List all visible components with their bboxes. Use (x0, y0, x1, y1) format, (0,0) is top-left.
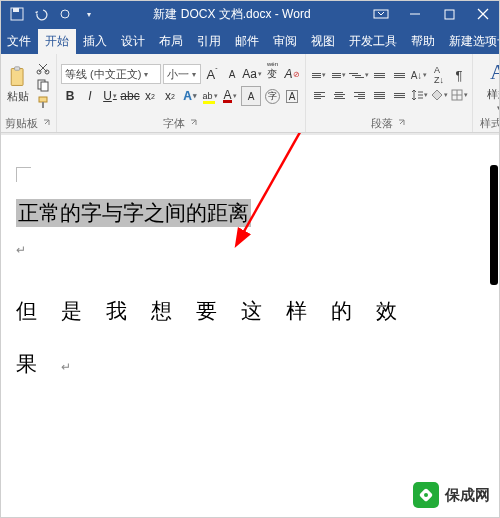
strikethrough-button[interactable]: abc (121, 87, 139, 105)
styles-label: 样式 (487, 87, 500, 102)
tab-insert[interactable]: 插入 (76, 29, 114, 54)
page: 正常的字与字之间的距离 ↵ 但是我想要这样的效果↵ (16, 167, 466, 518)
ribbon: 粘贴 剪贴板 等线 (中文正文)▾ 小一▾ Aˆ A Aa▾ 变wén A⊘ (0, 54, 500, 133)
asian-layout-icon[interactable]: A↓▾ (410, 66, 428, 84)
styles-button[interactable]: A 样式 ▾ (477, 59, 500, 112)
clear-formatting-icon[interactable]: A⊘ (283, 65, 301, 83)
paste-label: 粘贴 (7, 89, 29, 104)
document-line-spread[interactable]: 但是我想要这样的效果↵ (16, 285, 446, 390)
svg-rect-5 (445, 10, 454, 19)
page-corner-mark (16, 167, 31, 182)
show-marks-icon[interactable]: ¶ (450, 66, 468, 84)
tab-new[interactable]: 新建选项卡 (442, 29, 500, 54)
underline-button[interactable]: U▾ (101, 87, 119, 105)
tab-layout[interactable]: 布局 (152, 29, 190, 54)
tab-file[interactable]: 文件 (0, 29, 38, 54)
align-left-icon[interactable] (310, 86, 328, 104)
ribbon-tabs: 文件 开始 插入 设计 布局 引用 邮件 审阅 视图 开发工具 帮助 新建选项卡… (0, 28, 500, 54)
align-right-icon[interactable] (350, 86, 368, 104)
copy-icon[interactable] (34, 77, 52, 93)
maximize-icon[interactable] (432, 0, 466, 28)
cut-icon[interactable] (34, 60, 52, 76)
tab-home[interactable]: 开始 (38, 29, 76, 54)
svg-rect-16 (42, 102, 44, 108)
ribbon-options-icon[interactable] (364, 0, 398, 28)
svg-rect-15 (39, 97, 47, 102)
shrink-font-icon[interactable]: A (223, 65, 241, 83)
shading-icon[interactable]: ▾ (430, 86, 448, 104)
paste-button[interactable]: 粘贴 (4, 66, 32, 104)
highlight-icon[interactable]: ab▾ (201, 87, 219, 105)
styles-group-label: 样式 (480, 116, 500, 131)
character-shading-icon[interactable]: A (241, 86, 261, 106)
title-bar: ▾ 新建 DOCX 文档.docx - Word (0, 0, 500, 28)
format-painter-icon[interactable] (34, 94, 52, 110)
enclose-characters-icon[interactable]: 字 (263, 87, 281, 105)
paragraph-group-label: 段落 (371, 116, 393, 131)
group-styles: A 样式 ▾ 样式 (473, 54, 500, 132)
italic-button[interactable]: I (81, 87, 99, 105)
font-launcher-icon[interactable] (189, 118, 199, 128)
clipboard-launcher-icon[interactable] (42, 118, 52, 128)
font-size-combo[interactable]: 小一▾ (163, 64, 201, 84)
edge-cursor-overlay (490, 165, 498, 285)
change-case-icon[interactable]: Aa▾ (243, 65, 261, 83)
undo-icon[interactable] (30, 3, 52, 25)
tab-design[interactable]: 设计 (114, 29, 152, 54)
svg-rect-9 (11, 69, 23, 86)
group-paragraph: ▾ ▾ ▾ A↓▾ AZ↓ ¶ ▾ ▾ ▾ (306, 54, 473, 132)
qat-customize-icon[interactable]: ▾ (78, 3, 100, 25)
save-icon[interactable] (6, 3, 28, 25)
justify-icon[interactable] (370, 86, 388, 104)
tab-help[interactable]: 帮助 (404, 29, 442, 54)
line-spacing-icon[interactable]: ▾ (410, 86, 428, 104)
minimize-icon[interactable] (398, 0, 432, 28)
window-title: 新建 DOCX 文档.docx - Word (100, 6, 364, 23)
font-group-label: 字体 (163, 116, 185, 131)
subscript-button[interactable]: x2 (141, 87, 159, 105)
borders-icon[interactable]: ▾ (450, 86, 468, 104)
redo-icon[interactable] (54, 3, 76, 25)
superscript-button[interactable]: x2 (161, 87, 179, 105)
numbering-icon[interactable]: ▾ (330, 66, 348, 84)
sort-icon[interactable]: AZ↓ (430, 66, 448, 84)
tab-review[interactable]: 审阅 (266, 29, 304, 54)
watermark-logo-icon (413, 482, 439, 508)
character-border-icon[interactable]: A (283, 87, 301, 105)
svg-rect-3 (374, 10, 388, 18)
paragraph-launcher-icon[interactable] (397, 118, 407, 128)
tab-references[interactable]: 引用 (190, 29, 228, 54)
tab-view[interactable]: 视图 (304, 29, 342, 54)
increase-indent-icon[interactable] (390, 66, 408, 84)
font-size-value: 小一 (167, 67, 189, 82)
grow-font-icon[interactable]: Aˆ (203, 65, 221, 83)
tab-mailings[interactable]: 邮件 (228, 29, 266, 54)
svg-rect-1 (13, 8, 19, 12)
watermark-text: 保成网 (445, 486, 490, 505)
text-effects-icon[interactable]: A▾ (181, 87, 199, 105)
clipboard-group-label: 剪贴板 (5, 116, 38, 131)
bold-button[interactable]: B (61, 87, 79, 105)
font-color-icon[interactable]: A▾ (221, 87, 239, 105)
document-area[interactable]: 正常的字与字之间的距离 ↵ 但是我想要这样的效果↵ (0, 133, 500, 518)
paragraph-mark-icon: ↵ (16, 243, 26, 257)
multilevel-list-icon[interactable]: ▾ (350, 66, 368, 84)
distributed-icon[interactable] (390, 86, 408, 104)
document-line-selected[interactable]: 正常的字与字之间的距离 (16, 199, 251, 227)
svg-rect-14 (41, 82, 48, 91)
align-center-icon[interactable] (330, 86, 348, 104)
tab-developer[interactable]: 开发工具 (342, 29, 404, 54)
decrease-indent-icon[interactable] (370, 66, 388, 84)
phonetic-guide-icon[interactable]: 变wén (263, 65, 281, 83)
svg-rect-10 (15, 67, 20, 70)
group-clipboard: 粘贴 剪贴板 (0, 54, 57, 132)
svg-point-2 (61, 10, 69, 18)
group-font: 等线 (中文正文)▾ 小一▾ Aˆ A Aa▾ 变wén A⊘ B I U▾ a… (57, 54, 306, 132)
font-name-value: 等线 (中文正文) (65, 67, 141, 82)
font-name-combo[interactable]: 等线 (中文正文)▾ (61, 64, 161, 84)
close-icon[interactable] (466, 0, 500, 28)
watermark: 保成网 (413, 482, 490, 508)
bullets-icon[interactable]: ▾ (310, 66, 328, 84)
